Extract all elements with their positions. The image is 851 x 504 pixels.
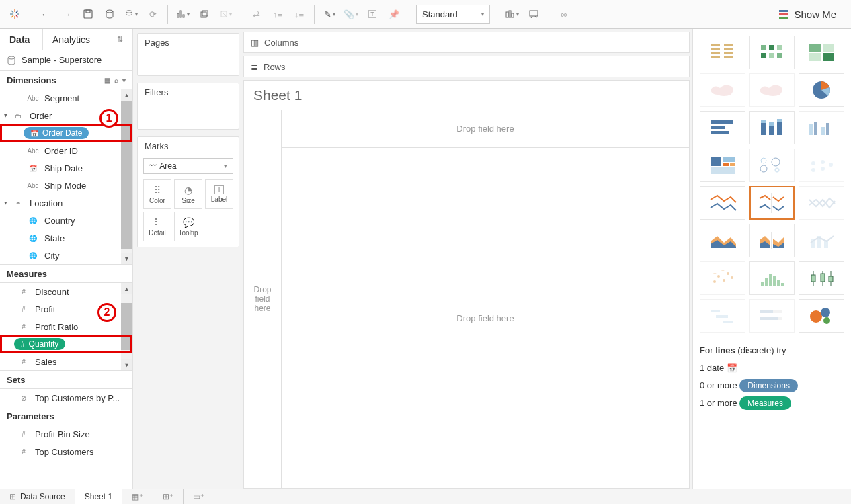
show-labels-button[interactable]: T xyxy=(362,3,383,25)
tab-data[interactable]: Data xyxy=(0,29,43,50)
viz-side-bar[interactable] xyxy=(799,111,844,144)
viz-line-continuous[interactable] xyxy=(700,186,745,220)
viz-symbol-map[interactable] xyxy=(700,73,745,107)
svg-rect-39 xyxy=(777,53,782,58)
measures-header: Measures xyxy=(0,264,132,283)
new-story-button[interactable]: ▭⁺ xyxy=(184,489,214,504)
svg-point-71 xyxy=(829,163,833,167)
field-top-customers-param[interactable]: #Top Customers xyxy=(0,443,132,460)
field-state[interactable]: 🌐State xyxy=(0,229,132,247)
svg-rect-102 xyxy=(711,310,720,312)
viz-area-continuous[interactable] xyxy=(700,224,745,257)
new-worksheet-button[interactable] xyxy=(172,3,194,25)
menu-icon[interactable]: ▾ xyxy=(122,77,126,84)
viz-hbar[interactable] xyxy=(700,111,745,144)
viz-heatmap[interactable] xyxy=(749,36,795,69)
svg-rect-27 xyxy=(711,48,720,50)
field-country[interactable]: 🌐Country xyxy=(0,212,132,229)
main-toolbar: ← → ⟳ ⇄ ↑≡ ↓≡ ✎ 📎 T 📌 Standard ∞ Show Me xyxy=(0,0,851,29)
worksheet-area: ▥Columns ≣Rows Sheet 1 Drop field here D… xyxy=(243,29,692,491)
field-profit[interactable]: #Profit 2 xyxy=(0,300,132,318)
field-location-folder[interactable]: ⚭Location xyxy=(0,194,132,212)
field-profit-bin-size[interactable]: #Profit Bin Size xyxy=(0,425,132,443)
show-cards-button[interactable] xyxy=(501,3,523,25)
viz-filled-map[interactable] xyxy=(749,73,795,107)
view-icon[interactable]: ▦ xyxy=(104,77,110,84)
tab-analytics[interactable]: Analytics xyxy=(43,29,132,50)
svg-point-25 xyxy=(8,56,15,59)
new-dashboard-button[interactable]: ⊞⁺ xyxy=(153,489,184,504)
sort-desc-button[interactable]: ↓≡ xyxy=(288,3,310,25)
viz-circle-views[interactable] xyxy=(749,149,795,182)
field-quantity[interactable]: #Quantity xyxy=(0,335,132,353)
search-icon[interactable]: ⌕ xyxy=(114,77,118,84)
viz-line-discrete[interactable] xyxy=(749,186,795,220)
marks-size[interactable]: ◔Size xyxy=(174,179,202,209)
presentation-button[interactable] xyxy=(523,3,544,25)
highlight-button[interactable]: ✎ xyxy=(319,3,340,25)
viz-histogram[interactable] xyxy=(749,261,795,295)
field-order-id[interactable]: AbcOrder ID xyxy=(0,142,132,159)
save-button[interactable] xyxy=(77,3,99,25)
datasource-row[interactable]: Sample - Superstore xyxy=(0,50,132,71)
marks-detail[interactable]: ⠇Detail xyxy=(143,212,171,241)
refresh-button[interactable]: ⟳ xyxy=(142,3,163,25)
viz-gantt[interactable] xyxy=(700,299,745,333)
svg-rect-32 xyxy=(724,52,733,54)
sheet-tabs: ⊞Data Source Sheet 1 ▦⁺ ⊞⁺ ▭⁺ xyxy=(0,489,851,504)
viz-text-table[interactable] xyxy=(700,36,745,69)
viz-packed-bubbles[interactable] xyxy=(799,299,844,333)
duplicate-button[interactable] xyxy=(194,3,215,25)
field-profit-ratio[interactable]: #Profit Ratio xyxy=(0,318,132,335)
mark-type-dropdown[interactable]: 〰 Area xyxy=(143,158,233,174)
pin-button[interactable]: 📌 xyxy=(383,3,405,25)
field-sales[interactable]: #Sales xyxy=(0,353,132,370)
field-top-customers-set[interactable]: ⊘Top Customers by P... xyxy=(0,389,132,407)
clear-button[interactable] xyxy=(215,3,237,25)
field-order-date[interactable]: 📅Order Date 1 xyxy=(0,124,132,142)
view-canvas[interactable]: Sheet 1 Drop field here Drop field here … xyxy=(243,80,690,489)
redo-button[interactable]: → xyxy=(56,3,77,25)
viz-scatter[interactable]: ++ xyxy=(700,261,745,295)
column-drop-zone[interactable]: Drop field here xyxy=(282,110,689,148)
filters-shelf[interactable]: Filters xyxy=(137,83,239,130)
row-drop-zone[interactable]: Drop field here xyxy=(244,110,282,488)
share-button[interactable]: ∞ xyxy=(553,3,575,25)
viz-pie[interactable] xyxy=(799,73,844,107)
pause-autoupdate-button[interactable] xyxy=(120,3,142,25)
viz-bullet[interactable] xyxy=(749,299,795,333)
sheet-title[interactable]: Sheet 1 xyxy=(244,81,689,110)
viz-box-plot[interactable] xyxy=(799,261,844,295)
field-segment[interactable]: AbcSegment xyxy=(0,89,132,107)
tab-sheet-1[interactable]: Sheet 1 xyxy=(75,489,122,504)
undo-button[interactable]: ← xyxy=(34,3,56,25)
svg-rect-97 xyxy=(811,275,815,282)
new-sheet-button[interactable]: ▦⁺ xyxy=(122,489,153,504)
marks-color[interactable]: ⠿Color xyxy=(143,179,171,209)
viz-treemap[interactable] xyxy=(700,149,745,182)
viz-highlight-table[interactable] xyxy=(799,36,844,69)
field-discount[interactable]: #Discount xyxy=(0,283,132,300)
marks-label[interactable]: TLabel xyxy=(205,179,233,209)
new-datasource-button[interactable] xyxy=(99,3,120,25)
fit-dropdown[interactable]: Standard xyxy=(416,5,490,24)
pages-shelf[interactable]: Pages xyxy=(137,33,239,76)
viz-dual-combination[interactable] xyxy=(799,224,844,257)
rows-shelf[interactable]: ≣Rows xyxy=(243,56,690,77)
field-ship-date[interactable]: 📅Ship Date xyxy=(0,159,132,177)
viz-area-discrete[interactable] xyxy=(749,224,795,257)
show-me-button[interactable]: Show Me xyxy=(768,0,847,28)
tableau-logo-icon[interactable] xyxy=(4,3,26,25)
field-ship-mode[interactable]: AbcShip Mode xyxy=(0,177,132,194)
viz-side-circle[interactable] xyxy=(799,149,844,182)
group-button[interactable]: 📎 xyxy=(340,3,362,25)
tab-data-source[interactable]: ⊞Data Source xyxy=(0,489,75,504)
viz-dual-line[interactable] xyxy=(799,186,844,220)
columns-shelf[interactable]: ▥Columns xyxy=(243,32,690,53)
marks-tooltip[interactable]: 💬Tooltip xyxy=(174,212,202,241)
main-drop-zone[interactable]: Drop field here xyxy=(282,148,689,488)
viz-stacked-bar[interactable] xyxy=(749,111,795,144)
field-city[interactable]: 🌐City xyxy=(0,247,132,264)
sort-asc-button[interactable]: ↑≡ xyxy=(267,3,288,25)
swap-button[interactable]: ⇄ xyxy=(245,3,267,25)
